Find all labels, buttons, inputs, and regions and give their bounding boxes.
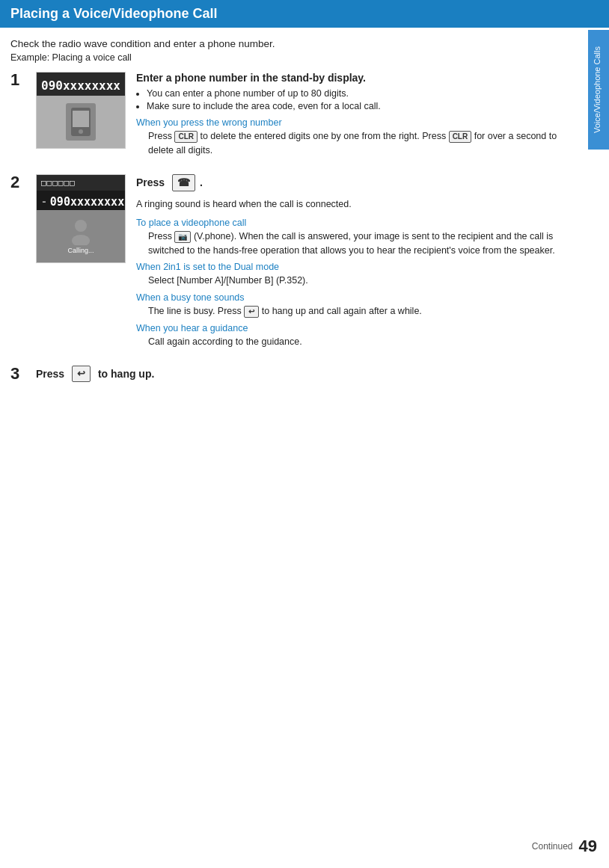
step-1-body: 090xxxxxxxx Enter a phone number in the … xyxy=(36,72,575,161)
step-3: 3 Press ↩ to hang up. xyxy=(10,366,575,388)
page-header: Placing a Voice/Videophone Call xyxy=(0,0,609,28)
end-key-1: ↩ xyxy=(244,306,259,318)
step-1-sub1-body: Press CLR to delete the entered digits o… xyxy=(148,129,575,158)
step-3-content: Press ↩ to hang up. xyxy=(36,366,575,388)
step-1-number: 1 xyxy=(10,72,31,88)
step-2-sub1-body: Press 📷 (V.phone). When the call is answ… xyxy=(148,230,575,258)
intro-main: Check the radio wave condition and enter… xyxy=(10,38,575,49)
step-2-sub2-body: Select [Number A]/[Number B] (P.352). xyxy=(148,274,575,288)
bullet-1: You can enter a phone number of up to 80… xyxy=(147,88,575,99)
svg-point-3 xyxy=(75,220,87,232)
step-2-ringing: A ringing sound is heard when the call i… xyxy=(136,197,575,212)
step-2-number: 2 xyxy=(10,174,31,191)
svg-rect-1 xyxy=(73,111,89,127)
step-1-phone-icon xyxy=(66,103,96,141)
clr-key-1: CLR xyxy=(174,131,198,143)
call-key: ☎ xyxy=(172,174,195,192)
svg-point-2 xyxy=(79,129,83,134)
intro-example: Example: Placing a voice call xyxy=(10,52,575,63)
step-1-image: 090xxxxxxxx xyxy=(36,72,126,149)
calling-label: Calling... xyxy=(67,247,94,254)
side-tab: Voice/Videophone Calls xyxy=(588,30,609,150)
step-2-sub3-title: When a busy tone sounds xyxy=(136,292,575,303)
page-number: 49 xyxy=(579,837,597,856)
step-2-sub4-title: When you hear a guidance xyxy=(136,323,575,333)
step-1-phone-screen: 090xxxxxxxx xyxy=(37,73,125,96)
step-1-bullets: You can enter a phone number of up to 80… xyxy=(147,88,575,111)
step-1-content: Enter a phone number in the stand-by dis… xyxy=(136,72,575,161)
clr-key-2: CLR xyxy=(449,131,472,143)
main-content: Check the radio wave condition and enter… xyxy=(0,28,609,412)
bullet-2: Make sure to include the area code, even… xyxy=(147,101,575,111)
step-2-screen-mid: -090xxxxxxxx- xyxy=(37,191,125,210)
step-2-screen-bottom: Calling... xyxy=(37,210,125,262)
step-2-sub1-title: To place a videophone call xyxy=(136,218,575,228)
continued-label: Continued xyxy=(532,841,573,852)
step-2-screen-top: □□□□□□ xyxy=(37,175,125,191)
vphonevideo-key: 📷 xyxy=(174,231,191,243)
page-footer: Continued 49 xyxy=(532,837,597,856)
page-title: Placing a Voice/Videophone Call xyxy=(10,6,217,21)
hangup-key: ↩ xyxy=(72,366,91,382)
step-3-title: Press ↩ to hang up. xyxy=(36,366,575,382)
step-1-title: Enter a phone number in the stand-by dis… xyxy=(136,72,575,84)
step-2-sub3-body: The line is busy. Press ↩ to hang up and… xyxy=(148,304,575,318)
step-1-phone-bottom xyxy=(37,96,125,148)
step-1: 1 090xxxxxxxx Enter xyxy=(10,72,575,161)
step-2: 2 □□□□□□ -090xxxxxxxx- xyxy=(10,174,575,352)
step-2-image: □□□□□□ -090xxxxxxxx- xyxy=(36,174,126,263)
svg-point-4 xyxy=(72,235,90,245)
step-2-content: Press ☎. A ringing sound is heard when t… xyxy=(136,174,575,352)
step-2-body: □□□□□□ -090xxxxxxxx- xyxy=(36,174,575,352)
step-2-sub4-body: Call again according to the guidance. xyxy=(148,335,575,349)
step-1-sub1-title: When you press the wrong number xyxy=(136,117,575,128)
step-2-sub2-title: When 2in1 is set to the Dual mode xyxy=(136,262,575,272)
step-2-title: Press ☎. xyxy=(136,174,575,192)
step-3-number: 3 xyxy=(10,366,31,382)
